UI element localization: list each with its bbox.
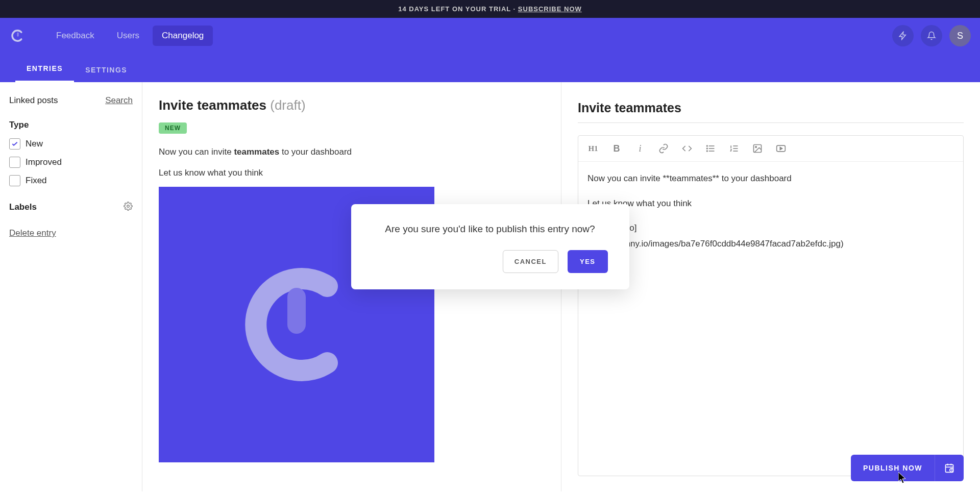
bullet-list-icon[interactable] — [705, 143, 716, 154]
checkbox-label: Fixed — [26, 176, 47, 186]
nav-links: Feedback Users Changelog — [47, 26, 213, 46]
type-new[interactable]: New — [9, 138, 133, 150]
notifications-icon[interactable] — [921, 25, 942, 46]
subscribe-link[interactable]: SUBSCRIBE NOW — [518, 5, 582, 13]
confirm-publish-modal: Are you sure you'd like to publish this … — [351, 204, 629, 289]
trial-text: 14 DAYS LEFT ON YOUR TRIAL · — [398, 5, 518, 13]
svg-point-11 — [755, 146, 757, 148]
svg-point-4 — [707, 145, 708, 146]
top-nav: Feedback Users Changelog S — [0, 18, 980, 54]
preview-title-text: Invite teammates — [159, 97, 266, 113]
sidebar: Linked posts Search Type New Improved Fi… — [0, 82, 142, 491]
heading-icon[interactable]: H1 — [587, 143, 599, 154]
preview-line-2: Let us know what you think — [159, 166, 545, 180]
activity-icon[interactable] — [892, 25, 914, 46]
modal-actions: CANCEL YES — [373, 250, 608, 273]
link-icon[interactable] — [658, 143, 669, 154]
nav-changelog[interactable]: Changelog — [153, 26, 213, 46]
svg-point-5 — [707, 148, 708, 149]
subnav-settings[interactable]: SETTINGS — [74, 58, 138, 82]
image-icon[interactable] — [752, 143, 763, 154]
labels-heading: Labels — [9, 202, 37, 212]
type-heading: Type — [9, 120, 133, 130]
svg-point-0 — [127, 205, 130, 208]
nav-users[interactable]: Users — [108, 26, 149, 46]
editor-textarea[interactable]: Now you can invite **teammates** to your… — [578, 162, 963, 476]
editor-line-2: Let us know what you think — [587, 196, 954, 212]
italic-icon[interactable]: i — [634, 143, 646, 154]
draft-indicator: (draft) — [270, 97, 305, 113]
type-improved[interactable]: Improved — [9, 157, 133, 168]
checkbox-icon — [9, 175, 20, 186]
editor-box: H1 B i — [578, 135, 964, 476]
subnav-entries[interactable]: ENTRIES — [15, 56, 74, 82]
editor-line-1: Now you can invite **teammates** to your… — [587, 171, 954, 187]
search-link[interactable]: Search — [105, 95, 133, 106]
svg-point-6 — [707, 151, 708, 152]
checkbox-icon — [9, 157, 20, 168]
status-badge: NEW — [159, 122, 187, 134]
linked-posts-label: Linked posts — [9, 95, 58, 106]
editor-toolbar: H1 B i — [578, 136, 963, 162]
schedule-button[interactable] — [935, 455, 964, 481]
nav-feedback[interactable]: Feedback — [47, 26, 104, 46]
bold-icon[interactable]: B — [611, 143, 622, 154]
nav-right: S — [892, 25, 971, 46]
sub-nav: ENTRIES SETTINGS — [0, 54, 980, 82]
type-fixed[interactable]: Fixed — [9, 175, 133, 186]
checkbox-label: Improved — [26, 157, 62, 167]
editor-image-markdown: ![canny logo] (https://canny.io/images/b… — [587, 220, 954, 252]
code-icon[interactable] — [681, 143, 693, 154]
gear-icon[interactable] — [124, 202, 133, 213]
publish-bar: PUBLISH NOW — [851, 455, 964, 481]
preview-title: Invite teammates (draft) — [159, 97, 545, 113]
modal-message: Are you sure you'd like to publish this … — [373, 224, 608, 235]
video-icon[interactable] — [775, 143, 787, 154]
checkbox-label: New — [26, 139, 43, 149]
app-logo[interactable] — [9, 27, 27, 44]
checkbox-icon — [9, 138, 20, 150]
preview-line-1: Now you can invite teammates to your das… — [159, 145, 545, 159]
publish-now-button[interactable]: PUBLISH NOW — [851, 455, 935, 481]
trial-banner: 14 DAYS LEFT ON YOUR TRIAL · SUBSCRIBE N… — [0, 0, 980, 18]
yes-button[interactable]: YES — [568, 250, 608, 273]
avatar[interactable]: S — [949, 25, 971, 46]
editor-title-input[interactable] — [578, 97, 964, 123]
cancel-button[interactable]: CANCEL — [503, 250, 558, 273]
numbered-list-icon[interactable] — [728, 143, 740, 154]
delete-entry-link[interactable]: Delete entry — [9, 228, 133, 238]
